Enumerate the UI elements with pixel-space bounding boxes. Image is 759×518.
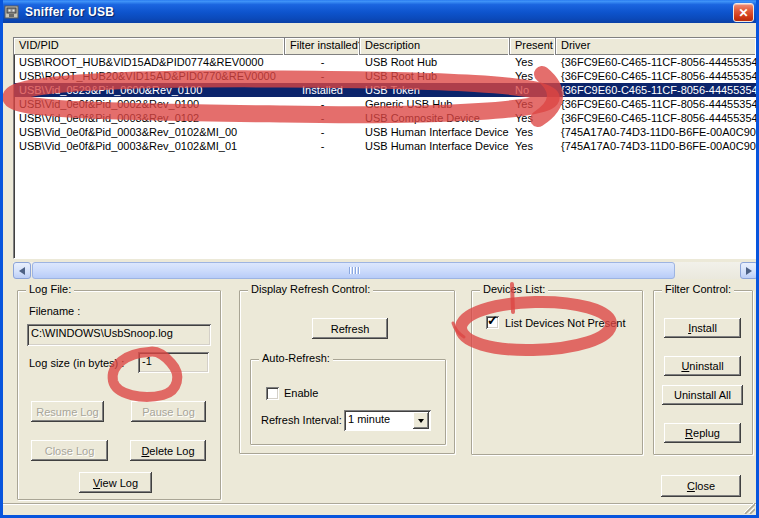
- scrollbar-thumb[interactable]: [32, 262, 675, 279]
- cell-driver: {745A17A0-74D3-11D0-B6FE-00A0C90: [556, 139, 757, 153]
- cell-vidpid: USB\Vid_0e0f&Pid_0002&Rev_0100: [14, 97, 285, 111]
- chevron-down-icon: [418, 419, 424, 423]
- right-arrow-icon: [746, 267, 752, 275]
- column-header-description[interactable]: Description: [360, 38, 510, 55]
- list-header: VID/PIDFilter installed?DescriptionPrese…: [14, 38, 757, 55]
- check-icon: ✓: [487, 313, 498, 328]
- uninstall-button[interactable]: Uninstall: [664, 356, 741, 376]
- column-header-driver[interactable]: Driver: [556, 38, 757, 55]
- cell-vidpid: USB\ROOT_HUB20&VID15AD&PID0770&REV0000: [14, 69, 285, 83]
- refresh-interval-dropdown[interactable]: 1 minute: [344, 410, 431, 431]
- cell-description: Generic USB Hub: [360, 97, 510, 111]
- cell-driver: {36FC9E60-C465-11CF-8056-44455354: [556, 111, 757, 125]
- enable-label: Enable: [284, 387, 318, 399]
- log-file-caption: Log File:: [26, 283, 74, 295]
- column-header-present[interactable]: Present: [510, 38, 556, 55]
- refresh-button[interactable]: Refresh: [312, 318, 388, 339]
- pause-log-button[interactable]: Pause Log: [131, 401, 206, 422]
- filename-label: Filename :: [29, 305, 80, 317]
- cell-description: USB Human Interface Device: [360, 125, 510, 139]
- window-title: Sniffer for USB: [25, 5, 114, 19]
- log-size-label: Log size (in bytes) :: [29, 357, 124, 369]
- log-size-input[interactable]: -1: [138, 352, 209, 373]
- table-row[interactable]: USB\ROOT_HUB&VID15AD&PID0774&REV0000-USB…: [14, 55, 757, 69]
- dropdown-arrow-button[interactable]: [413, 412, 429, 429]
- filter-control-caption: Filter Control:: [662, 283, 734, 295]
- cell-description: USB Root Hub: [360, 55, 510, 69]
- thumb-grip-icon: [358, 267, 359, 274]
- table-row[interactable]: USB\Vid_0529&Pid_0600&Rev_0100InstalledU…: [14, 83, 757, 97]
- cell-vidpid: USB\Vid_0529&Pid_0600&Rev_0100: [14, 83, 285, 97]
- close-log-button[interactable]: Close Log: [31, 440, 108, 461]
- display-refresh-caption: Display Refresh Control:: [248, 283, 373, 295]
- auto-refresh-caption: Auto-Refresh:: [259, 352, 333, 364]
- thumb-grip-icon: [352, 267, 353, 274]
- cell-vidpid: USB\Vid_0e0f&Pid_0003&Rev_0102&MI_01: [14, 139, 285, 153]
- cell-driver: {36FC9E60-C465-11CF-8056-44455354: [556, 97, 757, 111]
- cell-present: Yes: [510, 55, 556, 69]
- cell-description: USB Token: [360, 83, 510, 97]
- table-row[interactable]: USB\Vid_0e0f&Pid_0003&Rev_0102&MI_01-USB…: [14, 139, 757, 153]
- scroll-right-button[interactable]: [740, 262, 758, 279]
- column-header-filter[interactable]: Filter installed?: [285, 38, 360, 55]
- table-row[interactable]: USB\Vid_0e0f&Pid_0002&Rev_0100-Generic U…: [14, 97, 757, 111]
- cell-present: Yes: [510, 69, 556, 83]
- cell-present: Yes: [510, 139, 556, 153]
- devices-list-group: Devices List: ✓ List Devices Not Present: [471, 290, 643, 455]
- log-file-group: Log File: Filename : C:\WINDOWS\UsbSnoop…: [17, 290, 221, 500]
- cell-filter: Installed: [285, 83, 360, 97]
- cell-vidpid: USB\ROOT_HUB&VID15AD&PID0774&REV0000: [14, 55, 285, 69]
- filter-control-group: Filter Control: Install Uninstall Uninst…: [653, 290, 753, 455]
- refresh-interval-value: 1 minute: [348, 413, 390, 425]
- enable-checkbox[interactable]: [266, 387, 279, 400]
- auto-refresh-group: Auto-Refresh: Enable Refresh Interval: 1…: [250, 359, 446, 445]
- filename-input[interactable]: C:\WINDOWS\UsbSnoop.log: [27, 324, 211, 346]
- cell-present: Yes: [510, 111, 556, 125]
- cell-vidpid: USB\Vid_0e0f&Pid_0003&Rev_0102: [14, 111, 285, 125]
- footer-divider: [3, 503, 756, 505]
- list-devices-not-present-label: List Devices Not Present: [505, 317, 625, 329]
- title-bar: Sniffer for USB ✕: [0, 0, 759, 23]
- devices-list-caption: Devices List:: [480, 283, 548, 295]
- cell-driver: {36FC9E60-C465-11CF-8056-44455354: [556, 55, 757, 69]
- left-arrow-icon: [19, 267, 25, 275]
- list-body: USB\ROOT_HUB&VID15AD&PID0774&REV0000-USB…: [14, 55, 757, 153]
- display-refresh-group: Display Refresh Control: Refresh Auto-Re…: [239, 290, 455, 454]
- cell-filter: -: [285, 125, 360, 139]
- scroll-left-button[interactable]: [13, 262, 31, 279]
- cell-driver: {36FC9E60-C465-11CF-8056-44455354: [556, 83, 757, 97]
- dialog-close-button[interactable]: Close: [661, 475, 741, 497]
- cell-description: USB Root Hub: [360, 69, 510, 83]
- cell-description: USB Composite Device: [360, 111, 510, 125]
- cell-filter: -: [285, 55, 360, 69]
- sniffer-for-usb-window: Sniffer for USB ✕ VID/PIDFilter installe…: [0, 0, 759, 518]
- install-button[interactable]: Install: [664, 318, 741, 338]
- column-header-vidpid[interactable]: VID/PID: [14, 38, 285, 55]
- replug-button[interactable]: Replug: [664, 423, 741, 443]
- device-list-view[interactable]: VID/PIDFilter installed?DescriptionPrese…: [13, 37, 758, 259]
- view-log-button[interactable]: View Log: [79, 472, 152, 493]
- cell-present: No: [510, 83, 556, 97]
- cell-vidpid: USB\Vid_0e0f&Pid_0003&Rev_0102&MI_00: [14, 125, 285, 139]
- table-row[interactable]: USB\ROOT_HUB20&VID15AD&PID0770&REV0000-U…: [14, 69, 757, 83]
- delete-log-button[interactable]: Delete Log: [130, 440, 206, 461]
- table-row[interactable]: USB\Vid_0e0f&Pid_0003&Rev_0102&MI_00-USB…: [14, 125, 757, 139]
- cell-filter: -: [285, 69, 360, 83]
- uninstall-all-button[interactable]: Uninstall All: [662, 385, 743, 405]
- table-row[interactable]: USB\Vid_0e0f&Pid_0003&Rev_0102-USB Compo…: [14, 111, 757, 125]
- cell-driver: {36FC9E60-C465-11CF-8056-44455354: [556, 69, 757, 83]
- cell-description: USB Human Interface Device: [360, 139, 510, 153]
- cell-present: Yes: [510, 125, 556, 139]
- window-close-button[interactable]: ✕: [733, 3, 754, 22]
- thumb-grip-icon: [355, 267, 356, 274]
- resume-log-button[interactable]: Resume Log: [31, 401, 104, 422]
- thumb-grip-icon: [349, 267, 350, 274]
- cell-present: Yes: [510, 97, 556, 111]
- resize-grip[interactable]: [742, 501, 755, 514]
- cell-filter: -: [285, 139, 360, 153]
- refresh-interval-label: Refresh Interval:: [261, 414, 342, 426]
- cell-driver: {745A17A0-74D3-11D0-B6FE-00A0C90: [556, 125, 757, 139]
- cell-filter: -: [285, 111, 360, 125]
- list-devices-not-present-checkbox[interactable]: ✓: [486, 316, 499, 329]
- horizontal-scrollbar[interactable]: [13, 262, 758, 279]
